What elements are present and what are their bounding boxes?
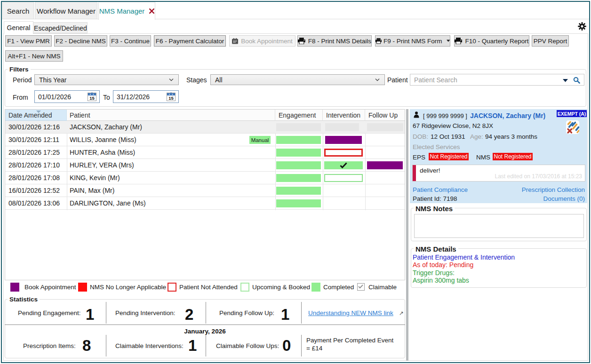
svg-text:15: 15 bbox=[168, 95, 174, 101]
svg-text:15: 15 bbox=[89, 95, 95, 101]
